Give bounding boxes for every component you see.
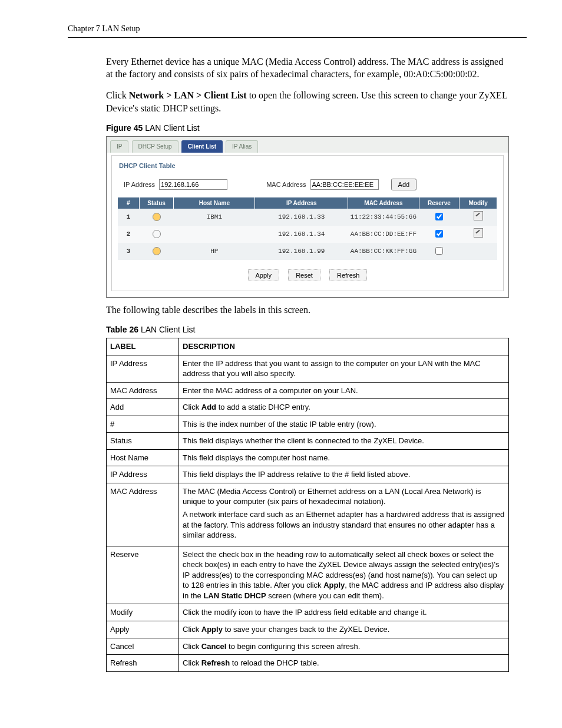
dhcp-client-panel: DHCP Client Table IP Address MAC Address…: [111, 155, 504, 291]
panel-title: DHCP Client Table: [119, 162, 497, 170]
chapter-title: Chapter 7 LAN Setup: [68, 24, 140, 33]
desc-text: This field displays whether the client i…: [179, 433, 509, 450]
description-table: LABEL DESCRIPTION IP AddressEnter the IP…: [106, 338, 509, 672]
table-row: 2192.168.1.34AA:BB:CC:DD:EE:FF: [118, 226, 497, 243]
desc-text: Click Apply to save your changes back to…: [179, 621, 509, 638]
cell-reserve: [419, 226, 459, 243]
modify-icon[interactable]: [474, 211, 483, 220]
desc-label: Host Name: [107, 449, 179, 466]
add-button[interactable]: Add: [391, 179, 417, 190]
desc-row: AddClick Add to add a static DHCP entry.: [107, 399, 509, 416]
desc-row: StatusThis field displays whether the cl…: [107, 433, 509, 450]
col-modify: Modify: [459, 197, 497, 209]
desc-label: IP Address: [107, 466, 179, 483]
desc-row: MAC AddressThe MAC (Media Access Control…: [107, 483, 509, 546]
reserve-checkbox[interactable]: [435, 213, 443, 220]
desc-text: Enter the MAC address of a computer on y…: [179, 382, 509, 399]
tab-dhcp-setup[interactable]: DHCP Setup: [132, 140, 178, 153]
desc-row: IP AddressThis field displays the IP add…: [107, 466, 509, 483]
desc-label: Add: [107, 399, 179, 416]
desc-text: Enter the IP address that you want to as…: [179, 355, 509, 382]
ip-address-label: IP Address: [124, 181, 155, 188]
col-reserve: Reserve: [419, 197, 459, 209]
cell-modify: [459, 209, 497, 226]
cell-index: 2: [118, 226, 139, 243]
cell-modify: [459, 226, 497, 243]
reserve-checkbox[interactable]: [435, 247, 443, 255]
desc-text: This is the index number of the static I…: [179, 416, 509, 433]
cell-index: 3: [118, 243, 139, 260]
col-hostname: Host Name: [174, 197, 255, 209]
desc-label: Apply: [107, 621, 179, 638]
cell-ip: 192.168.1.99: [255, 243, 348, 260]
ip-address-input[interactable]: [159, 179, 227, 190]
reserve-checkbox[interactable]: [435, 230, 443, 238]
desc-row: RefreshClick Refresh to reload the DHCP …: [107, 655, 509, 672]
cell-mac: AA:BB:CC:KK:FF:GG: [348, 243, 419, 260]
cell-reserve: [419, 243, 459, 260]
table-intro: The following table describes the labels…: [106, 304, 509, 317]
client-list-screenshot: IP DHCP Setup Client List IP Alias DHCP …: [106, 136, 509, 297]
desc-row: CancelClick Cancel to begin configuring …: [107, 638, 509, 655]
cell-modify: [459, 243, 497, 260]
cell-hostname: IBM1: [174, 209, 255, 226]
desc-row: ModifyClick the modify icon to have the …: [107, 604, 509, 621]
cell-mac: 11:22:33:44:55:66: [348, 209, 419, 226]
col-mac: MAC Address: [348, 197, 419, 209]
tab-ip-alias[interactable]: IP Alias: [226, 140, 258, 153]
desc-head-label: LABEL: [107, 338, 179, 355]
reset-button[interactable]: Reset: [288, 269, 320, 281]
desc-label: MAC Address: [107, 382, 179, 399]
status-icon: [153, 247, 161, 255]
cell-hostname: [174, 226, 255, 243]
status-icon: [153, 230, 161, 238]
col-status: Status: [139, 197, 174, 209]
table-row: 1IBM1192.168.1.3311:22:33:44:55:66: [118, 209, 497, 226]
desc-row: MAC AddressEnter the MAC address of a co…: [107, 382, 509, 399]
refresh-button[interactable]: Refresh: [329, 269, 368, 281]
desc-row: Host NameThis field displays the compute…: [107, 449, 509, 466]
desc-text: This field displays the IP address relat…: [179, 466, 509, 483]
desc-text: The MAC (Media Access Control) or Ethern…: [179, 483, 509, 546]
cell-status: [139, 226, 174, 243]
desc-text: Click Cancel to begin configuring this s…: [179, 638, 509, 655]
cell-reserve: [419, 209, 459, 226]
add-entry-form: IP Address MAC Address Add: [124, 179, 497, 190]
desc-text: Click Add to add a static DHCP entry.: [179, 399, 509, 416]
desc-label: MAC Address: [107, 483, 179, 546]
desc-label: Status: [107, 433, 179, 450]
button-row: Apply Reset Refresh: [118, 269, 497, 281]
desc-head-desc: DESCRIPTION: [179, 338, 509, 355]
cell-hostname: HP: [174, 243, 255, 260]
desc-row: ApplyClick Apply to save your changes ba…: [107, 621, 509, 638]
desc-row: #This is the index number of the static …: [107, 416, 509, 433]
intro-para-2: Click Network > LAN > Client List to ope…: [106, 89, 509, 114]
cell-ip: 192.168.1.34: [255, 226, 348, 243]
col-index: #: [118, 197, 139, 209]
col-ip: IP Address: [255, 197, 348, 209]
mac-address-input[interactable]: [310, 179, 379, 190]
desc-text: Select the check box in the heading row …: [179, 546, 509, 604]
modify-icon[interactable]: [474, 228, 483, 238]
desc-row: ReserveSelect the check box in the headi…: [107, 546, 509, 604]
table-header-row: # Status Host Name IP Address MAC Addres…: [118, 197, 497, 209]
desc-label: Modify: [107, 604, 179, 621]
client-table: # Status Host Name IP Address MAC Addres…: [118, 197, 497, 260]
page-header: Chapter 7 LAN Setup: [68, 24, 527, 38]
cell-index: 1: [118, 209, 139, 226]
intro-para-1: Every Ethernet device has a unique MAC (…: [106, 55, 509, 81]
tab-client-list[interactable]: Client List: [181, 140, 223, 153]
desc-text: This field displays the computer host na…: [179, 449, 509, 466]
desc-text: Click the modify icon to have the IP add…: [179, 604, 509, 621]
desc-label: Cancel: [107, 638, 179, 655]
tab-ip[interactable]: IP: [110, 140, 128, 153]
mac-address-label: MAC Address: [266, 181, 306, 188]
desc-label: Reserve: [107, 546, 179, 604]
table-caption: Table 26 LAN Client List: [106, 324, 509, 335]
tab-row: IP DHCP Setup Client List IP Alias: [107, 137, 508, 153]
desc-row: IP AddressEnter the IP address that you …: [107, 355, 509, 382]
cell-status: [139, 243, 174, 260]
desc-label: Refresh: [107, 655, 179, 672]
cell-status: [139, 209, 174, 226]
apply-button[interactable]: Apply: [248, 269, 280, 281]
